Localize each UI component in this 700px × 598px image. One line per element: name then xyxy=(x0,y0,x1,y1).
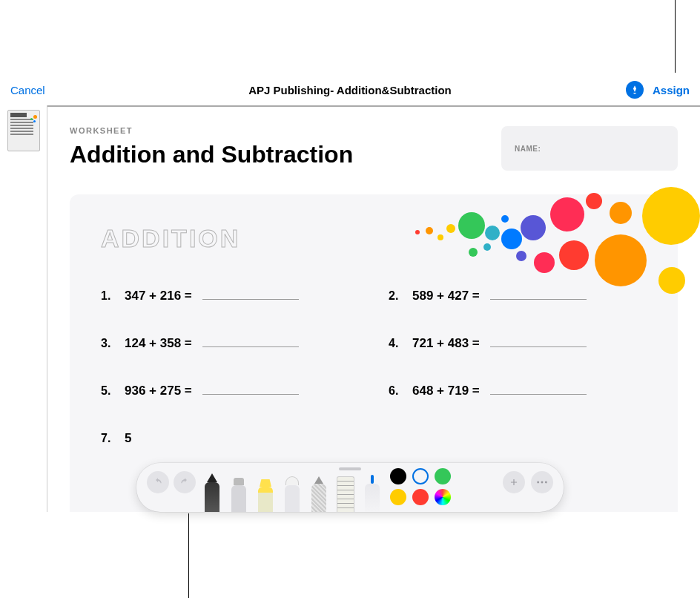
toolbar-extras xyxy=(503,463,564,512)
color-swatches xyxy=(384,463,466,512)
add-button[interactable] xyxy=(503,471,525,493)
document-viewport[interactable]: WORKSHEET Addition and Subtraction NAME:… xyxy=(47,105,700,512)
ruler-tool[interactable] xyxy=(334,473,357,512)
svg-point-1 xyxy=(541,482,544,484)
answer-blank[interactable] xyxy=(490,384,587,395)
document-title: APJ Publishing- Addition&Subtraction xyxy=(248,84,452,96)
problem-row: 5.936 + 275 = xyxy=(101,384,359,398)
more-icon xyxy=(536,481,548,484)
callout-line-toolbar xyxy=(188,513,189,598)
problem-expression: 936 + 275 = xyxy=(125,384,192,398)
redo-icon xyxy=(179,477,191,487)
problem-row: 6.648 + 719 = xyxy=(389,384,647,398)
pencil-tool[interactable] xyxy=(307,473,331,512)
name-label: NAME: xyxy=(515,145,541,153)
markup-badge[interactable] xyxy=(626,81,644,99)
problem-expression: 721 + 483 = xyxy=(412,336,480,351)
problem-number: 5. xyxy=(101,384,114,398)
problem-expression: 124 + 358 = xyxy=(125,336,192,351)
toolbar-history xyxy=(136,463,196,512)
color-green[interactable] xyxy=(435,468,451,484)
color-red[interactable] xyxy=(412,489,429,505)
plus-icon xyxy=(509,477,519,487)
name-field-box: NAME: xyxy=(501,126,678,171)
problem-row: 3.124 + 358 = xyxy=(101,336,359,351)
svg-point-0 xyxy=(537,482,539,484)
lasso-tool[interactable] xyxy=(360,473,384,512)
app-window: Cancel APJ Publishing- Addition&Subtract… xyxy=(0,74,700,512)
answer-blank[interactable] xyxy=(202,384,299,395)
document-page: WORKSHEET Addition and Subtraction NAME:… xyxy=(70,126,678,512)
callout-line-assign xyxy=(675,0,676,73)
color-yellow[interactable] xyxy=(390,489,406,505)
problem-expression: 5 xyxy=(125,431,131,446)
color-picker[interactable] xyxy=(435,489,451,505)
problem-row: 1.347 + 216 = xyxy=(101,289,359,303)
redo-button[interactable] xyxy=(174,471,196,493)
problem-number: 1. xyxy=(101,289,114,303)
markup-toolbar[interactable] xyxy=(136,463,564,512)
more-button[interactable] xyxy=(531,471,553,493)
pen-tool[interactable] xyxy=(200,473,224,512)
problem-number: 4. xyxy=(389,337,402,350)
markup-icon xyxy=(630,85,640,95)
highlighter-tool[interactable] xyxy=(254,473,277,512)
header-bar: Cancel APJ Publishing- Addition&Subtract… xyxy=(0,74,700,105)
problem-expression: 347 + 216 = xyxy=(125,289,192,303)
cancel-button[interactable]: Cancel xyxy=(10,84,45,96)
answer-blank[interactable] xyxy=(490,337,587,347)
problem-row: 4.721 + 483 = xyxy=(389,336,647,351)
assign-button[interactable]: Assign xyxy=(653,84,690,96)
color-blue-selected[interactable] xyxy=(412,468,429,484)
problem-number: 3. xyxy=(101,337,114,350)
marker-tool[interactable] xyxy=(227,473,251,512)
svg-point-2 xyxy=(545,482,547,484)
header-actions: Assign xyxy=(626,81,690,99)
thumbnail-rail xyxy=(0,105,47,512)
decorative-bubbles xyxy=(329,187,700,313)
eraser-tool[interactable] xyxy=(280,473,304,512)
color-black[interactable] xyxy=(390,468,406,484)
toolbar-grabber[interactable] xyxy=(339,467,361,470)
problem-expression: 648 + 719 = xyxy=(412,384,480,398)
problem-number: 7. xyxy=(101,432,114,445)
problem-number: 6. xyxy=(389,384,402,398)
answer-blank[interactable] xyxy=(202,337,299,347)
page-thumbnail-1[interactable] xyxy=(7,110,40,151)
answer-blank[interactable] xyxy=(202,289,299,300)
undo-button[interactable] xyxy=(147,471,169,493)
undo-icon xyxy=(152,477,164,487)
problem-row: 7.5 xyxy=(101,431,359,446)
